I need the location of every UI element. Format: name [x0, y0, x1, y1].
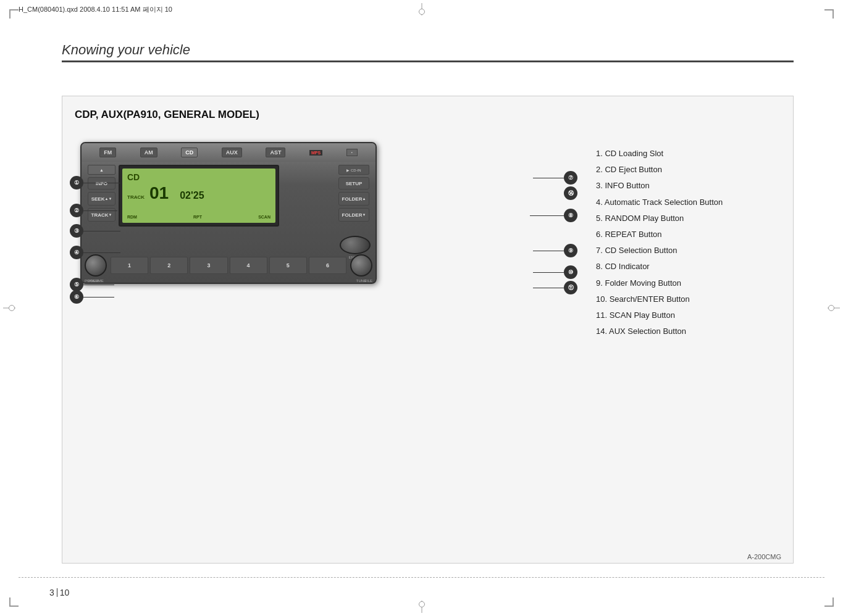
- page-number-area: 3 10: [49, 588, 69, 597]
- legend-item-7: 7. CD Selection Button: [596, 245, 781, 256]
- callout-5: ⑤: [70, 278, 83, 291]
- mps-logo: MPS: [309, 150, 322, 156]
- am-mode-btn: AM: [140, 148, 157, 157]
- legend-item-8: 8. CD Indicator: [596, 261, 781, 272]
- center-circle-bottom: [419, 601, 425, 607]
- tune-knob-wrapper: TUNE: [350, 254, 372, 277]
- callout-7: ⑦: [564, 171, 577, 185]
- seek-button: SEEK▲▼: [88, 192, 115, 206]
- callout-11: ⑪: [564, 281, 577, 294]
- corner-mark-br: [824, 597, 834, 607]
- box-title: CDP, AUX(PA910, GENERAL MODEL): [75, 109, 781, 121]
- radio-unit: FM AM CD AUX AST MPS ▪ ▲ INFO SEEK▲▼ TRA…: [80, 142, 377, 284]
- callout-8: ⑧: [564, 209, 577, 222]
- right-controls: ▶ CD-IN SETUP FOLDER▲ FOLDER▼: [335, 165, 372, 222]
- callout-line-11: [533, 288, 564, 288]
- page-title: Knowing your vehicle: [62, 42, 794, 58]
- preset-6: 6: [309, 257, 346, 274]
- card-slot-icon: ▪: [346, 149, 358, 156]
- page-chapter: 3: [49, 588, 54, 597]
- callout-line-5: [83, 285, 114, 285]
- fm-mode-btn: FM: [99, 148, 116, 157]
- tune-knob: [350, 254, 372, 277]
- callout-3: ③: [70, 224, 83, 238]
- corner-mark-bl: [9, 597, 19, 607]
- display-source: CD: [127, 172, 271, 182]
- callout-line-6: [83, 297, 114, 298]
- left-controls: ▲ INFO SEEK▲▼ TRACK▼: [85, 165, 119, 222]
- callout-line-7: [533, 178, 564, 178]
- display-inner: CD TRACK 01 02'25 RDM RPT SCAN: [122, 169, 275, 223]
- legend-item-5: 5. RANDOM Play Button: [596, 213, 781, 224]
- callout-line-1: [83, 183, 120, 183]
- rpt-indicator: RPT: [193, 215, 202, 219]
- eject-button: ▲: [88, 165, 115, 175]
- info-button: INFO: [88, 177, 115, 189]
- volume-knob-wrapper: VOLUME: [85, 254, 107, 277]
- track-number: 01: [149, 185, 169, 202]
- callout-line-2: [83, 210, 117, 211]
- preset-4: 4: [230, 257, 267, 274]
- page-divider: [57, 588, 57, 597]
- page-sub-number: 10: [60, 588, 70, 597]
- callout-4: ④: [70, 246, 83, 259]
- track-label: TRACK: [127, 194, 145, 200]
- display-track-line: TRACK 01 02'25: [127, 185, 271, 202]
- preset-3: 3: [190, 257, 227, 274]
- rdm-indicator: RDM: [127, 215, 137, 219]
- callout-line-10: [533, 272, 564, 273]
- center-circle-left: [9, 305, 15, 311]
- callout-10: ⑩: [564, 265, 577, 279]
- legend-section: 1. CD Loading Slot 2. CD Eject Button 3.…: [596, 148, 781, 342]
- display-status-row: RDM RPT SCAN: [127, 215, 271, 219]
- legend-item-14: 14. AUX Selection Button: [596, 326, 781, 337]
- volume-knob: [85, 254, 107, 277]
- corner-mark-tl: [9, 9, 19, 19]
- callout-14: ⑭: [564, 186, 577, 200]
- bottom-dashed-line: [19, 577, 824, 578]
- display-time: 02'25: [180, 190, 204, 201]
- bottom-labels-row: POWER FILE: [82, 279, 375, 283]
- folder-up-button: FOLDER▲: [338, 192, 369, 206]
- legend-item-10: 10. Search/ENTER Button: [596, 294, 781, 305]
- callout-1: ①: [70, 176, 83, 189]
- legend-item-1: 1. CD Loading Slot: [596, 148, 781, 159]
- enter-button: [340, 236, 371, 254]
- file-info-text: H_CM(080401).qxd 2008.4.10 11:51 AM 페이지 …: [19, 5, 172, 14]
- power-label: POWER: [85, 279, 99, 283]
- legend-item-3: 3. INFO Button: [596, 180, 781, 191]
- reference-code: A-200CMG: [747, 553, 781, 560]
- cd-in-button: ▶ CD-IN: [338, 165, 369, 175]
- legend-item-11: 11. SCAN Play Button: [596, 310, 781, 321]
- center-circle-right: [828, 305, 834, 311]
- callout-line-9: [533, 251, 564, 251]
- preset-5: 5: [269, 257, 307, 274]
- cd-mode-btn: CD: [181, 148, 198, 157]
- page-title-section: Knowing your vehicle: [62, 42, 794, 62]
- file-info-bar: H_CM(080401).qxd 2008.4.10 11:51 AM 페이지 …: [19, 5, 824, 14]
- ast-mode-btn: AST: [266, 148, 285, 157]
- callout-2: ②: [70, 204, 83, 217]
- scan-indicator: SCAN: [258, 215, 271, 219]
- title-underline: [62, 60, 794, 62]
- radio-display: CD TRACK 01 02'25 RDM RPT SCAN: [119, 165, 279, 227]
- preset-1: 1: [111, 257, 148, 274]
- folder-down-button: FOLDER▼: [338, 208, 369, 222]
- aux-mode-btn: AUX: [222, 148, 242, 157]
- legend-item-4: 4. Automatic Track Selection Button: [596, 197, 781, 208]
- radio-bottom-row: VOLUME 1 2 3 4 5 6 TUNE: [85, 254, 372, 277]
- callout-line-4: [83, 252, 120, 253]
- legend-item-9: 9. Folder Moving Button: [596, 278, 781, 289]
- callout-line-3: [83, 231, 120, 231]
- legend-item-2: 2. CD Eject Button: [596, 164, 781, 175]
- preset-buttons: 1 2 3 4 5 6: [111, 257, 346, 274]
- callout-9: ⑨: [564, 244, 577, 257]
- callout-line-8: [530, 215, 564, 216]
- radio-diagram: FM AM CD AUX AST MPS ▪ ▲ INFO SEEK▲▼ TRA…: [80, 142, 383, 284]
- file-label: FILE: [364, 279, 372, 283]
- mode-buttons-band: FM AM CD AUX AST MPS ▪: [82, 143, 375, 162]
- preset-2: 2: [150, 257, 188, 274]
- corner-mark-tr: [824, 9, 834, 19]
- callout-6: ⑥: [70, 290, 83, 304]
- setup-button: SETUP: [338, 177, 369, 189]
